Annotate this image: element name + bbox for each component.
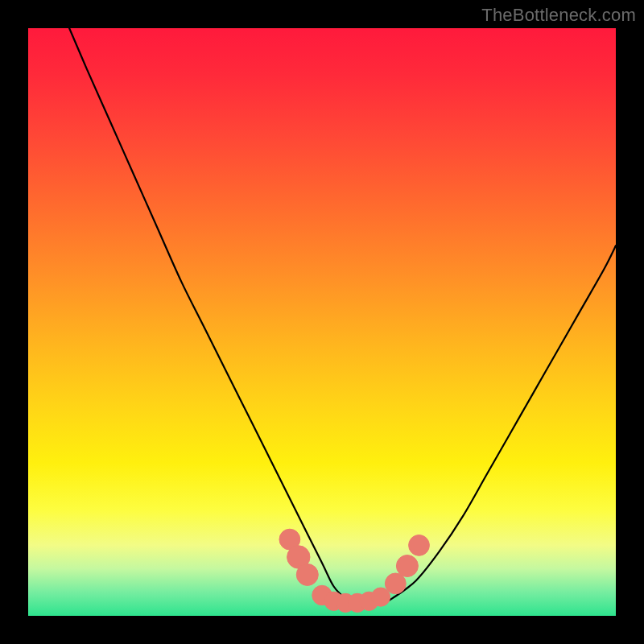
curve-marker bbox=[409, 535, 430, 556]
watermark-text: TheBottleneck.com bbox=[481, 5, 636, 26]
curve-marker bbox=[396, 555, 418, 577]
curve-marker bbox=[296, 564, 318, 585]
plot-area bbox=[28, 28, 616, 616]
bottleneck-curve bbox=[69, 28, 616, 605]
curve-marker bbox=[385, 573, 406, 594]
bottleneck-curve-svg bbox=[28, 28, 616, 616]
marker-group bbox=[279, 529, 429, 612]
chart-frame: TheBottleneck.com bbox=[0, 0, 644, 644]
